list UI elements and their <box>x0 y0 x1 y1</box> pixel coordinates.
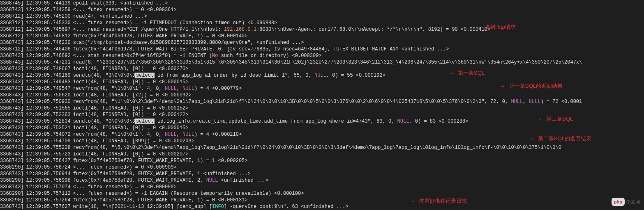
timestamp: 12:39:05.749547 <box>26 85 71 92</box>
timestamp: 12:39:05.756724 <box>26 164 71 171</box>
pid: 3368743] <box>0 7 24 13</box>
line-body: ioctl(48, FIONREAD, [0]) = 0 <0.000152> <box>73 105 189 112</box>
arrow-icon: → <box>528 135 535 142</box>
timestamp: 12:39:05.752363 <box>26 112 71 118</box>
pid: 3368743] <box>0 52 24 59</box>
timestamp: 12:39:05.751565 <box>26 105 71 112</box>
timestamp: 12:39:05.746406 <box>26 46 71 52</box>
timestamp: 12:39:05.745697 <box>26 26 71 33</box>
pid: 3368743] <box>0 66 24 72</box>
arrow-icon: → <box>448 70 455 76</box>
terminal-line: 3368743]12:39:05.748667ioctl(48, FIONREA… <box>0 66 644 72</box>
annotation: →第一条SQL的返回结果 <box>499 83 563 89</box>
watermark-text: 中文网 <box>626 199 640 205</box>
text-token: <... futex resumed>) = -1 ETIMEDOUT (Con… <box>73 20 277 26</box>
terminal-line: 3368743]12:39:05.749169sendto(48, "3\0\0… <box>0 72 644 79</box>
ip-token: No <box>212 53 218 59</box>
line-body: <... futex resumed>) = 0 <0.000099> <box>73 184 177 190</box>
text-token: <unfinished ...> <box>218 178 268 183</box>
pid: 3368743] <box>0 125 24 131</box>
line-body: recvfrom(48, "\1\0\0\1", 4, 0, NULL, NUL… <box>73 85 242 92</box>
annotation: →第二条SQL <box>536 116 573 122</box>
kw-null-token: NULL <box>511 99 523 105</box>
terminal-line: 3368743]12:39:05.746230stat("/tmp/tomcat… <box>0 39 644 46</box>
text-token: futex(0x7f4e5758ef28, FUTEX_WAKE_PRIVATE… <box>73 197 248 203</box>
timestamp: 12:39:05.746230 <box>26 39 71 46</box>
timestamp: 12:39:05.755208 <box>26 144 71 151</box>
text-token: futex(0x7f4e4f06d978, FUTEX_WAIT_BITSET_… <box>73 46 449 52</box>
text-token: sendto(48, "3\0\0\0\3 <box>73 73 135 78</box>
line-body: ioctl(48, FIONREAD, [0]) = 0 <0.000122> <box>73 112 189 118</box>
text-token: , <box>177 86 182 91</box>
terminal-line: 3368743]12:39:05.747231read(8, "\230$\23… <box>0 59 644 66</box>
annotation-label: 第一条SQL的返回结果 <box>509 83 563 89</box>
timestamp: 12:39:05.754072 <box>26 131 71 138</box>
line-body: sendto(48, "O\0\0\0\3select id,log_info,… <box>73 118 469 125</box>
timestamp: 12:39:05.746692 <box>26 52 71 59</box>
text-token: futex(0x7f4e5758ef78, FUTEX_WAKE_PRIVATE… <box>73 158 248 164</box>
text-token: <... read resumed>"GET /queryOne HTTP/1.… <box>73 27 224 32</box>
text-token: , 0) = 83 <0.000288> <box>409 119 468 124</box>
kw-null-token: NULL <box>397 119 409 124</box>
terminal-line: 3368743]12:39:05.756437futex(0x7f4e5758e… <box>0 158 644 164</box>
timestamp: 12:39:05.745812 <box>26 33 71 39</box>
pid: 3368745] <box>0 0 24 7</box>
terminal-line: 3368290]12:39:05.757264futex(0x7f4e5758e… <box>0 197 644 203</box>
terminal-line: 3368743]12:39:05.757074<... futex resume… <box>0 184 644 190</box>
pid: 3368743] <box>0 112 24 118</box>
text-token: ioctl(48, FIONREAD, [399]) = 0 <0.000203… <box>73 138 194 144</box>
terminal-line: 3368743]12:39:05.744359<... futex resume… <box>0 7 644 13</box>
text-token: id,log_info,create_time,update_time,add_… <box>155 119 397 124</box>
text-token: recvfrom(48, "\1'\0\0\2\3def\4demo\2al\7… <box>73 99 511 105</box>
timestamp: 12:39:05.749483 <box>26 79 71 85</box>
text-token: ) = 72 <0.0001 <box>540 99 582 105</box>
annotation-label: 第一条SQL <box>458 70 485 76</box>
line-body: <... futex resumed>) = 0 <0.000361> <box>73 7 177 13</box>
timestamp: 12:39:05.757112 <box>26 190 71 197</box>
watermark-badge: php <box>612 198 625 206</box>
text-token: epoll_wait(339, <unfinished ...> <box>73 0 168 6</box>
terminal-line: 3368743]12:39:05.751565ioctl(48, FIONREA… <box>0 105 644 112</box>
pid: 3368743] <box>0 98 24 105</box>
line-body: futex(0x7f4e4f06d928, FUTEX_WAKE_PRIVATE… <box>73 33 248 39</box>
line-body: epoll_wait(339, <unfinished ...> <box>73 0 168 7</box>
timestamp: 12:39:05.757074 <box>26 184 71 190</box>
line-body: futex(0x7f4e5758ef28, FUTEX_WAKE_PRIVATE… <box>73 197 248 203</box>
kw-null-token: NULL <box>314 73 326 78</box>
timestamp: 12:39:05.750930 <box>26 98 71 105</box>
arrow-icon: → <box>536 116 543 122</box>
timestamp: 12:39:05.744359 <box>26 7 71 13</box>
pid: 3368743] <box>0 171 24 177</box>
text-token: <... futex resumed>) = -1 EAGAIN (Resour… <box>73 191 304 196</box>
timestamp: 12:39:05.745200 <box>26 13 71 20</box>
pid: 3368712] <box>0 20 24 26</box>
arrow-icon: → <box>499 83 506 89</box>
pid: 3368743] <box>0 72 24 79</box>
timestamp: 12:39:05.756914 <box>26 171 71 177</box>
text-token: <... futex resumed>) = 0 <0.000909> <box>73 164 177 170</box>
timestamp: 12:39:05.756998 <box>26 177 71 184</box>
line-body: futex(0x7f4e4f06d978, FUTEX_WAIT_BITSET_… <box>73 46 449 52</box>
terminal-line: 3368290]12:39:05.756998futex(0x7f4e5758e… <box>0 177 644 184</box>
pid: 3368290] <box>0 197 24 203</box>
terminal-line: 3368743]12:39:05.755723ioctl(48, FIONREA… <box>0 151 644 158</box>
terminal-line: 3368743]12:39:05.746692<... stat resumed… <box>0 52 644 59</box>
annotation: →这里好像在记录日志 <box>409 198 467 204</box>
terminal-line: 3368743]12:39:05.750620ioctl(48, FIONREA… <box>0 92 644 98</box>
pid: 3368743] <box>0 131 24 138</box>
pid: 3368743] <box>0 92 24 98</box>
text-token: futex(0x7f4e5758ef28, FUTEX_WAIT_PRIVATE… <box>73 178 206 183</box>
line-body: futex(0x7f4e5758ef78, FUTEX_WAKE_PRIVATE… <box>73 158 248 164</box>
text-token: recvfrom(48, "\5,\0\0\2\3def\4demo\7app_… <box>73 145 561 151</box>
pid: 3368712] <box>0 46 24 52</box>
text-token: ioctl(48, FIONREAD, [72]) = 0 <0.000092> <box>73 92 192 98</box>
annotation-label: 这里好像在记录日志 <box>419 198 467 204</box>
timestamp: 12:39:05.748667 <box>26 66 71 72</box>
terminal-line: 3368290]12:39:05.756724<... futex resume… <box>0 164 644 171</box>
pid: 3368743] <box>0 203 24 210</box>
line-body: read(8, "\230$\237\317\35G\300\326\30U95… <box>73 59 582 66</box>
timestamp: 12:39:05.757264 <box>26 197 71 203</box>
kw-null-token: NULL <box>182 86 194 91</box>
line-body: sendto(48, "3\0\0\0\3select id from app_… <box>73 72 385 79</box>
pid: 3368712] <box>0 13 24 20</box>
